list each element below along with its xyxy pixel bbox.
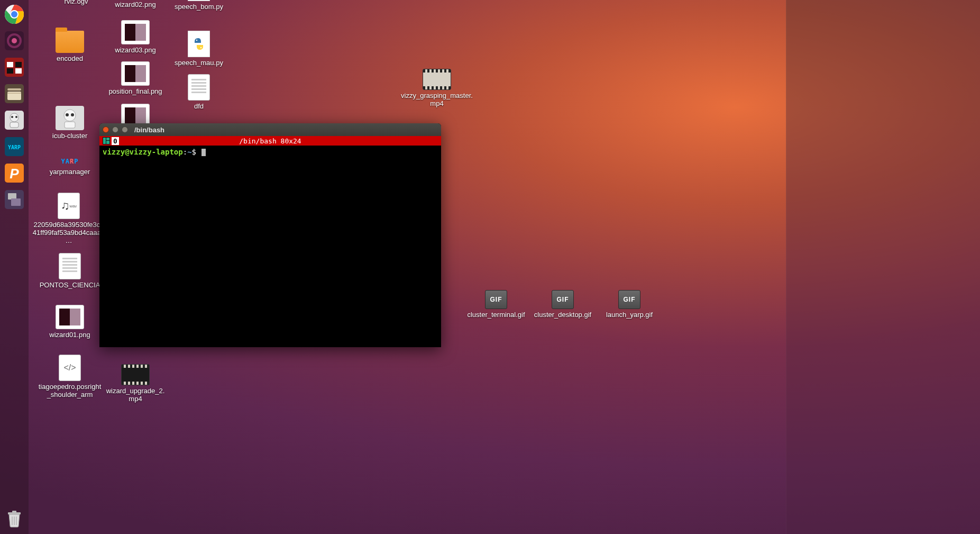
icon-label: speech_mau.py: [167, 59, 231, 67]
icon-label: wizard_upgrade_2.mp4: [104, 387, 167, 403]
svg-rect-10: [7, 68, 13, 74]
icon-label: yarpmanager: [38, 168, 102, 176]
svg-rect-37: [188, 0, 210, 1]
svg-point-6: [12, 38, 17, 43]
p-app-icon[interactable]: P: [2, 161, 26, 185]
icon-label: cluster_terminal.gif: [464, 311, 528, 319]
terminal-titlebar[interactable]: /bin/bash: [99, 123, 441, 136]
icon-label: icub-cluster: [38, 132, 102, 140]
svg-rect-44: [103, 138, 106, 144]
svg-rect-9: [15, 62, 22, 67]
terminal-window[interactable]: /bin/bash 0 /bin/bash 80x24 vizzy@vizzy-…: [99, 123, 441, 347]
svg-rect-27: [11, 198, 21, 206]
svg-text:YARP: YARP: [8, 144, 21, 150]
file-cluster-terminal[interactable]: GIFcluster_terminal.gif: [464, 290, 528, 319]
svg-rect-13: [7, 88, 21, 90]
icon-label: rviz.ogv: [44, 0, 108, 6]
close-icon[interactable]: [103, 126, 109, 133]
icon-label: wizard01.png: [38, 331, 102, 339]
file-speech-bom[interactable]: speech_bom.py: [167, 0, 231, 11]
icon-label: dfd: [167, 103, 231, 111]
icon-label: cluster_desktop.gif: [531, 311, 594, 319]
prompt-path: ~: [187, 148, 191, 156]
file-wizard03[interactable]: wizard03.png: [104, 20, 167, 55]
file-wizard01[interactable]: wizard01.png: [38, 305, 102, 339]
svg-rect-15: [7, 93, 21, 94]
terminal-body[interactable]: vizzy@vizzy-laptop:~$: [99, 146, 441, 347]
file-speech-mau[interactable]: speech_mau.py: [167, 31, 231, 67]
file-position-final[interactable]: position_final.png: [104, 61, 167, 96]
app-circle-icon[interactable]: [2, 29, 26, 53]
files-icon[interactable]: [2, 82, 26, 106]
svg-point-19: [15, 116, 17, 118]
prompt-end: $: [192, 148, 196, 156]
file-vizzy-grasping[interactable]: vizzy_grasping_master.mp4: [400, 69, 474, 108]
file-tiagoepedro[interactable]: </>tiagoepedro.posright_shoulder_arm: [38, 355, 102, 399]
svg-point-35: [71, 113, 74, 116]
prompt-user: vizzy@vizzy-laptop: [103, 148, 183, 156]
svg-rect-29: [12, 511, 16, 513]
file-rviz-ogv[interactable]: rviz.ogv: [44, 0, 108, 6]
terminal-status-center: /bin/bash 80x24: [239, 137, 301, 145]
icon-label: position_final.png: [104, 88, 167, 96]
right-panel: [786, 0, 980, 534]
svg-point-18: [11, 116, 13, 118]
icon-label: wizard03.png: [104, 47, 167, 55]
svg-rect-36: [65, 122, 75, 128]
icon-label: wizard02.png: [104, 1, 167, 9]
svg-point-3: [11, 11, 18, 18]
app-icub-cluster[interactable]: icub-cluster: [38, 106, 102, 140]
icon-label: speech_bom.py: [167, 3, 231, 11]
folder-encoded[interactable]: encoded: [38, 31, 102, 63]
svg-rect-45: [106, 138, 109, 140]
file-cluster-desktop[interactable]: GIFcluster_desktop.gif: [531, 290, 594, 319]
file-wizard02[interactable]: wizard02.png: [104, 0, 167, 9]
icon-label: 22059d68a39530fe3ca41ff99faf53a9bd4caaae…: [32, 221, 106, 245]
app-yarpmanager[interactable]: YARPyarpmanager: [38, 157, 102, 176]
window-icon[interactable]: [2, 187, 26, 212]
svg-rect-20: [10, 122, 19, 128]
icon-label: encoded: [38, 55, 102, 63]
svg-point-41: [196, 40, 197, 41]
prompt-sep: :: [183, 148, 187, 156]
svg-point-34: [66, 113, 69, 116]
icon-label: launch_yarp.gif: [598, 311, 661, 319]
file-pontos-ciencia[interactable]: PONTOS_CIENCIA: [38, 253, 102, 289]
file-wizard-upgrade-2[interactable]: wizard_upgrade_2.mp4: [104, 364, 167, 403]
tmux-icon: [103, 137, 110, 144]
svg-rect-8: [7, 62, 13, 67]
tmux-session-index: 0: [112, 137, 119, 145]
robot-icon[interactable]: [2, 108, 26, 132]
svg-rect-11: [15, 68, 22, 74]
svg-text:P: P: [10, 166, 19, 182]
file-launch-yarp[interactable]: GIFlaunch_yarp.gif: [598, 290, 661, 319]
yarp-icon[interactable]: YARP: [2, 134, 26, 159]
minimize-icon[interactable]: [112, 126, 118, 133]
trash-icon[interactable]: [2, 506, 26, 531]
icon-label: tiagoepedro.posright_shoulder_arm: [38, 383, 102, 399]
chrome-icon[interactable]: [2, 2, 26, 26]
svg-rect-46: [106, 141, 109, 144]
media-icon[interactable]: [2, 55, 26, 79]
svg-point-42: [200, 47, 202, 48]
maximize-icon[interactable]: [122, 126, 128, 133]
file-wav[interactable]: ♫wav22059d68a39530fe3ca41ff99faf53a9bd4c…: [32, 193, 106, 245]
cursor-icon: [202, 149, 206, 156]
terminal-statusbar: 0 /bin/bash 80x24: [99, 136, 441, 146]
svg-rect-40: [188, 31, 210, 57]
file-dfd[interactable]: dfd: [167, 74, 231, 111]
icon-label: vizzy_grasping_master.mp4: [400, 92, 474, 108]
terminal-title: /bin/bash: [134, 126, 164, 134]
unity-launcher: YARP P: [0, 0, 29, 534]
icon-label: PONTOS_CIENCIA: [38, 282, 102, 289]
